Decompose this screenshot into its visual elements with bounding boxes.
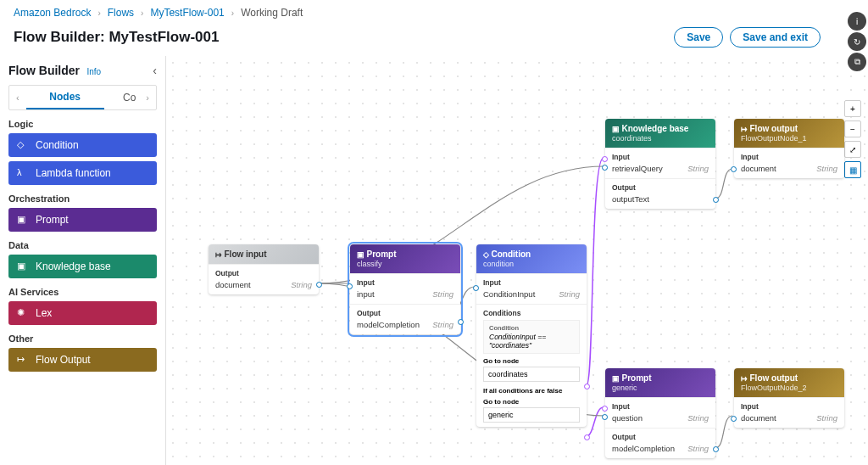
port-input-icon[interactable] — [347, 283, 353, 289]
grid-icon[interactable]: ▦ — [844, 161, 861, 178]
node-title: Prompt — [622, 373, 652, 383]
port-input-icon[interactable] — [731, 416, 737, 422]
allfalse-label: If all conditions are false — [483, 387, 580, 395]
group-orchestration: Orchestration — [8, 193, 157, 204]
fit-icon[interactable]: ⤢ — [844, 141, 861, 158]
copy-icon[interactable]: ⧉ — [848, 53, 866, 71]
breadcrumb-link[interactable]: Flows — [108, 7, 134, 19]
port-type: String — [687, 444, 709, 453]
lambda-icon: λ — [17, 167, 29, 179]
node-header: ↦ Flow input — [209, 244, 319, 264]
node-flow-input[interactable]: ↦ Flow input Output document String — [209, 244, 319, 294]
node-header: ▣ Prompt classify — [350, 244, 460, 273]
node-condition[interactable]: ◇ Condition condition Input ConditionInp… — [476, 244, 587, 427]
goto-input-coordinates[interactable] — [483, 367, 580, 382]
port-name: modelCompletion — [612, 444, 675, 453]
node-subtitle: classify — [357, 260, 453, 268]
port-output-icon[interactable] — [713, 197, 719, 203]
info-link[interactable]: Info — [86, 67, 101, 76]
header-actions: Save Save and exit — [674, 27, 854, 48]
condition-expression-box: Condition ConditionInput == "coordinates… — [483, 320, 580, 354]
node-flow-output-2[interactable]: ↦ Flow output FlowOutputNode_2 Input doc… — [734, 368, 844, 428]
palette-lambda[interactable]: λ Lambda function — [8, 161, 157, 185]
port-name: outputText — [612, 194, 649, 204]
palette-label: Condition — [36, 139, 79, 151]
node-header: ▣ Knowledge base coordinates — [605, 119, 715, 148]
node-subtitle: generic — [612, 384, 709, 392]
palette-label: Lambda function — [36, 167, 111, 179]
save-exit-button[interactable]: Save and exit — [730, 27, 821, 48]
port-else-icon[interactable] — [584, 434, 590, 440]
section-label: Input — [612, 153, 709, 161]
canvas-controls: + − ⤢ ▦ — [844, 100, 861, 178]
port-output-icon[interactable] — [713, 446, 719, 452]
node-prompt-generic[interactable]: ▣ Prompt generic Input question String O… — [605, 368, 715, 458]
zoom-out-icon[interactable]: − — [844, 120, 861, 137]
port-type: String — [687, 164, 709, 173]
lex-icon: ✺ — [17, 307, 29, 319]
goto-input-generic[interactable] — [483, 407, 580, 423]
port-name: document — [741, 413, 776, 423]
port-type: String — [816, 164, 837, 173]
node-title: Prompt — [367, 249, 397, 259]
group-ai: AI Services — [8, 287, 157, 297]
port-name: ConditionInput — [483, 289, 535, 299]
port-input-icon[interactable] — [602, 414, 608, 420]
node-title: Knowledge base — [622, 124, 689, 133]
node-prompt-classify[interactable]: ▣ Prompt classify Input input String Out… — [350, 244, 460, 334]
group-data: Data — [8, 240, 157, 250]
tab-config[interactable]: Co — [104, 87, 140, 109]
tab-next-icon[interactable]: › — [139, 87, 156, 108]
info-icon[interactable]: i — [848, 12, 866, 31]
port-output-icon[interactable] — [458, 319, 464, 325]
goto-label: Go to node — [483, 357, 580, 365]
cond-expr: ConditionInput == "coordinates" — [489, 333, 574, 350]
tab-prev-icon[interactable]: ‹ — [9, 87, 26, 108]
port-type: String — [559, 289, 580, 299]
port-output-icon[interactable] — [316, 282, 322, 288]
page-title: Flow Builder: MyTestFlow-001 — [14, 29, 219, 46]
palette-condition[interactable]: ◇ Condition — [8, 133, 157, 157]
section-label: Input — [612, 402, 709, 411]
palette-lex[interactable]: ✺ Lex — [8, 301, 157, 325]
history-icon[interactable]: ↻ — [848, 32, 866, 51]
section-label: Input — [357, 278, 453, 287]
breadcrumb-link[interactable]: Amazon Bedrock — [14, 7, 91, 19]
breadcrumb-link[interactable]: MyTestFlow-001 — [150, 7, 224, 19]
node-title: Flow output — [750, 124, 798, 133]
save-button[interactable]: Save — [674, 27, 723, 48]
goto-label: Go to node — [483, 398, 580, 406]
group-other: Other — [8, 333, 157, 344]
group-logic: Logic — [8, 119, 157, 129]
palette-knowledge-base[interactable]: ▣ Knowledge base — [8, 255, 157, 278]
port-condition-icon[interactable] — [584, 384, 590, 389]
zoom-in-icon[interactable]: + — [844, 100, 861, 117]
palette-flow-output[interactable]: ↦ Flow Output — [8, 348, 157, 372]
port-input-icon[interactable] — [602, 406, 608, 412]
tab-nodes[interactable]: Nodes — [26, 86, 104, 109]
port-input-icon[interactable] — [473, 285, 479, 291]
breadcrumb-current: Working Draft — [241, 7, 303, 19]
chevron-right-icon: › — [97, 8, 100, 18]
section-label: Input — [741, 402, 837, 411]
section-label: Conditions — [483, 309, 580, 317]
port-input-icon[interactable] — [602, 165, 608, 171]
section-label: Output — [215, 269, 312, 277]
port-input-icon[interactable] — [731, 166, 737, 172]
sidebar: Flow Builder Info ‹ ‹ Nodes Co › Logic ◇… — [0, 56, 166, 465]
port-name: modelCompletion — [357, 320, 420, 329]
collapse-icon[interactable]: ‹ — [153, 64, 157, 77]
port-input-icon[interactable] — [602, 156, 608, 162]
node-header: ▣ Prompt generic — [605, 368, 715, 397]
node-header: ↦ Flow output FlowOutputNode_1 — [734, 119, 844, 148]
port-type: String — [687, 413, 709, 423]
node-knowledge-base[interactable]: ▣ Knowledge base coordinates Input retri… — [605, 119, 715, 209]
node-flow-output-1[interactable]: ↦ Flow output FlowOutputNode_1 Input doc… — [734, 119, 844, 178]
canvas[interactable]: i ↻ ⧉ + − ⤢ ▦ ↦ Flow input Output — [166, 56, 868, 465]
knowledge-base-icon: ▣ — [17, 261, 29, 272]
breadcrumb: Amazon Bedrock › Flows › MyTestFlow-001 … — [0, 0, 868, 25]
port-type: String — [432, 289, 453, 299]
palette-prompt[interactable]: ▣ Prompt — [8, 208, 157, 232]
node-subtitle: FlowOutputNode_2 — [741, 384, 837, 392]
prompt-icon: ▣ — [17, 214, 29, 226]
